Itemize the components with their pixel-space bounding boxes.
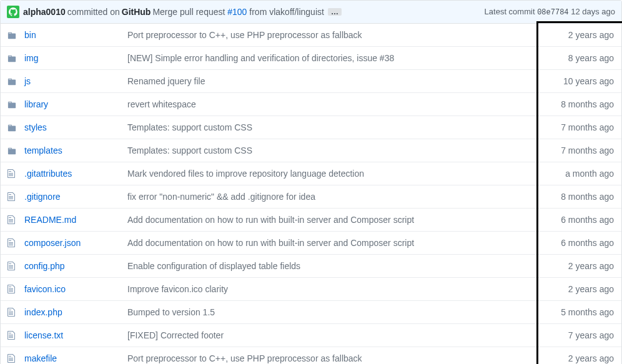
table-row: .gitignorefix error "non-numeric" && add…: [1, 185, 621, 209]
file-age: 2 years ago: [540, 278, 621, 301]
commit-message-link[interactable]: Templates: support custom CSS: [127, 145, 252, 155]
file-icon: [7, 284, 16, 294]
github-label: GitHub: [122, 7, 151, 17]
file-icon: [7, 261, 16, 271]
file-name-link[interactable]: composer.json: [24, 238, 81, 248]
file-name-link[interactable]: makefile: [24, 353, 57, 363]
table-row: makefilePort preprocessor to C++, use PH…: [1, 347, 621, 365]
file-icon: [7, 192, 16, 202]
file-age: 5 months ago: [540, 301, 621, 324]
file-age: 2 years ago: [540, 347, 621, 365]
commit-message-link[interactable]: [FIXED] Corrected footer: [127, 330, 224, 340]
file-age: 10 years ago: [540, 70, 621, 93]
commit-message-link[interactable]: fix error "non-numeric" && add .gitignor…: [127, 192, 315, 202]
file-icon: [7, 215, 16, 225]
commit-sha-link[interactable]: 08e7784: [537, 8, 568, 17]
file-icon: [7, 330, 16, 340]
latest-commit-info: Latest commit 08e7784 12 days ago: [485, 7, 615, 17]
file-name-link[interactable]: favicon.ico: [24, 284, 66, 294]
pull-request-link[interactable]: #100: [227, 7, 247, 17]
commit-message-prefix: Merge pull request: [152, 7, 227, 17]
file-age: 7 months ago: [540, 139, 621, 162]
file-icon: [7, 238, 16, 248]
folder-icon: [7, 76, 17, 86]
file-age: 6 months ago: [540, 232, 621, 255]
file-name-link[interactable]: .gitignore: [24, 192, 61, 202]
author-avatar-icon[interactable]: [7, 6, 19, 18]
folder-icon: [7, 30, 17, 40]
file-list-table: binPort preprocessor to C++, use PHP pre…: [1, 24, 621, 364]
table-row: libraryrevert whitespace8 months ago: [1, 93, 621, 116]
file-age: 7 years ago: [540, 324, 621, 347]
file-name-link[interactable]: .gitattributes: [24, 169, 72, 179]
table-row: license.txt[FIXED] Corrected footer7 yea…: [1, 324, 621, 347]
file-name-link[interactable]: license.txt: [24, 330, 63, 340]
file-age: 8 months ago: [540, 185, 621, 209]
commit-message-link[interactable]: Add documentation on how to run with bui…: [127, 215, 414, 225]
table-row: binPort preprocessor to C++, use PHP pre…: [1, 24, 621, 47]
file-name-link[interactable]: styles: [24, 122, 47, 132]
table-row: composer.jsonAdd documentation on how to…: [1, 232, 621, 255]
table-row: favicon.icoImprove favicon.ico clarity2 …: [1, 278, 621, 301]
folder-icon: [7, 99, 17, 109]
latest-commit-label: Latest commit: [485, 7, 538, 16]
file-age: 8 years ago: [540, 47, 621, 70]
file-name-link[interactable]: js: [24, 76, 31, 86]
file-age: 2 years ago: [540, 24, 621, 47]
table-row: img[NEW] Simple error handling and verif…: [1, 47, 621, 70]
folder-icon: [7, 53, 17, 63]
file-age: a month ago: [540, 162, 621, 185]
file-name-link[interactable]: bin: [24, 30, 36, 40]
file-age: 7 months ago: [540, 116, 621, 139]
file-browser: alpha0010 committed on GitHub Merge pull…: [0, 0, 622, 364]
commit-message-link[interactable]: Enable configuration of displayed table …: [127, 261, 300, 271]
author-link[interactable]: alpha0010: [23, 7, 66, 17]
file-name-link[interactable]: index.php: [24, 307, 62, 317]
file-age: 8 months ago: [540, 93, 621, 116]
commit-age: 12 days ago: [569, 7, 615, 16]
commit-message-link[interactable]: Mark vendored files to improve repositor…: [127, 169, 364, 179]
file-name-link[interactable]: config.php: [24, 261, 65, 271]
commit-message-link[interactable]: revert whitespace: [127, 99, 196, 109]
file-name-link[interactable]: library: [24, 99, 48, 109]
commit-message-link[interactable]: Templates: support custom CSS: [127, 122, 252, 132]
file-name-link[interactable]: img: [24, 53, 39, 63]
file-icon: [7, 307, 16, 317]
commit-message-link[interactable]: Renamed jquery file: [127, 76, 205, 86]
commit-message-link[interactable]: Bumped to version 1.5: [127, 307, 215, 317]
table-row: jsRenamed jquery file10 years ago: [1, 70, 621, 93]
table-row: index.phpBumped to version 1.55 months a…: [1, 301, 621, 324]
file-age: 2 years ago: [540, 255, 621, 278]
folder-icon: [7, 145, 17, 155]
commit-message-link[interactable]: [NEW] Simple error handling and verifica…: [127, 53, 394, 63]
file-icon: [7, 169, 16, 179]
expand-commit-button[interactable]: …: [328, 8, 342, 16]
file-name-link[interactable]: README.md: [24, 215, 76, 225]
commit-message-link[interactable]: Port preprocessor to C++, use PHP prepro…: [127, 353, 362, 363]
file-age: 6 months ago: [540, 209, 621, 232]
commit-message-link[interactable]: Port preprocessor to C++, use PHP prepro…: [127, 30, 362, 40]
table-row: stylesTemplates: support custom CSS7 mon…: [1, 116, 621, 139]
commit-message-link[interactable]: Add documentation on how to run with bui…: [127, 238, 414, 248]
commit-message-link[interactable]: Improve favicon.ico clarity: [127, 284, 228, 294]
commit-message-suffix: from vlakoff/linguist: [247, 7, 323, 17]
file-icon: [7, 353, 16, 363]
folder-icon: [7, 122, 17, 132]
committed-on-text: committed on: [67, 7, 120, 17]
latest-commit-bar: alpha0010 committed on GitHub Merge pull…: [1, 1, 621, 24]
table-row: README.mdAdd documentation on how to run…: [1, 209, 621, 232]
table-row: templatesTemplates: support custom CSS7 …: [1, 139, 621, 162]
table-row: config.phpEnable configuration of displa…: [1, 255, 621, 278]
commit-message: Merge pull request #100 from vlakoff/lin…: [152, 7, 323, 17]
file-name-link[interactable]: templates: [24, 145, 62, 155]
table-row: .gitattributesMark vendored files to imp…: [1, 162, 621, 185]
